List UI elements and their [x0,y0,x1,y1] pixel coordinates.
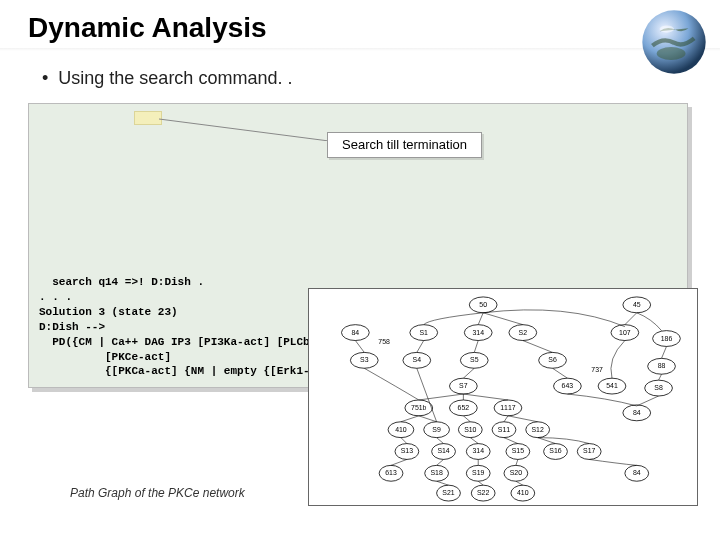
svg-text:84: 84 [633,409,641,416]
svg-text:186: 186 [661,335,673,342]
svg-text:S12: S12 [532,426,544,433]
svg-text:S5: S5 [470,356,479,363]
callout-connector [159,117,329,141]
svg-text:410: 410 [395,426,407,433]
svg-text:S21: S21 [442,489,454,496]
page-title: Dynamic Analysis [28,12,692,44]
svg-text:S15: S15 [512,447,524,454]
svg-text:84: 84 [352,329,360,336]
highlight-box [134,111,162,125]
svg-text:643: 643 [562,382,574,389]
svg-text:S2: S2 [519,329,528,336]
svg-text:541: 541 [606,382,618,389]
svg-text:107: 107 [619,329,631,336]
svg-text:S13: S13 [401,447,413,454]
svg-text:45: 45 [633,301,641,308]
globe-icon [638,6,710,78]
network-graph: 50 45 84 S1 314 S2 107 186 S3 S4 S5 S6 8… [308,288,698,506]
svg-text:314: 314 [472,447,484,454]
svg-text:S19: S19 [472,469,484,476]
svg-point-1 [657,47,686,60]
svg-text:S20: S20 [510,469,522,476]
svg-text:S6: S6 [548,356,557,363]
callout-text: Search till termination [342,137,467,152]
svg-text:S1: S1 [419,329,428,336]
svg-text:S10: S10 [464,426,476,433]
svg-text:S9: S9 [432,426,441,433]
callout-box: Search till termination [327,132,482,158]
bullet-marker: • [42,68,48,88]
bullet-label: Using the search command. . [58,68,292,88]
bullet-text: •Using the search command. . [42,68,692,89]
svg-text:S14: S14 [437,447,449,454]
svg-point-2 [660,25,674,32]
svg-text:S16: S16 [549,447,561,454]
svg-text:S3: S3 [360,356,369,363]
svg-text:737: 737 [591,366,603,373]
svg-text:50: 50 [479,301,487,308]
svg-text:751b: 751b [411,404,427,411]
svg-text:S22: S22 [477,489,489,496]
svg-text:S8: S8 [654,384,663,391]
svg-text:314: 314 [472,329,484,336]
svg-text:S11: S11 [498,426,510,433]
figure-caption: Path Graph of the PKCe network [70,486,245,500]
svg-text:S7: S7 [459,382,468,389]
svg-text:S4: S4 [413,356,422,363]
svg-text:410: 410 [517,489,529,496]
svg-text:613: 613 [385,469,397,476]
accent-bar [0,48,720,51]
svg-text:S17: S17 [583,447,595,454]
svg-line-3 [159,119,329,141]
svg-text:S18: S18 [430,469,442,476]
svg-text:758: 758 [378,338,390,345]
svg-text:1117: 1117 [500,404,516,411]
svg-text:88: 88 [658,362,666,369]
svg-text:84: 84 [633,469,641,476]
svg-text:652: 652 [458,404,470,411]
